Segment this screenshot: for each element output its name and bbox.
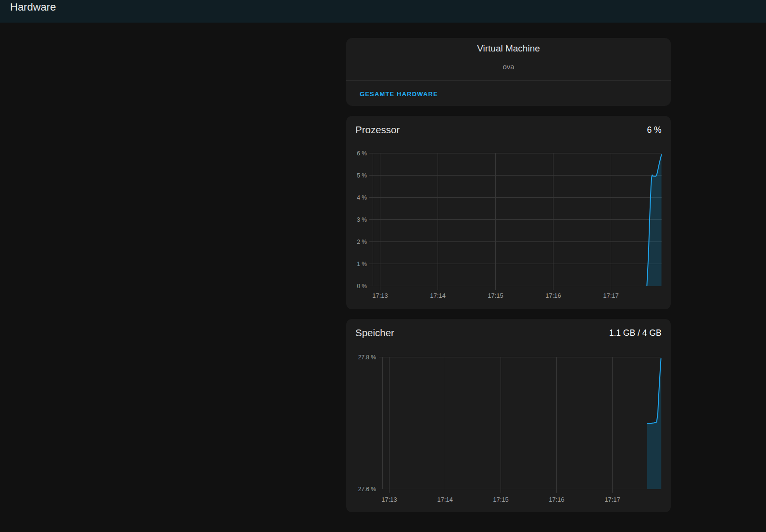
svg-text:17:16: 17:16 (545, 292, 561, 299)
svg-text:17:14: 17:14 (430, 292, 446, 299)
svg-text:0 %: 0 % (357, 283, 367, 290)
svg-text:3 %: 3 % (357, 216, 367, 223)
svg-text:17:17: 17:17 (603, 292, 619, 299)
svg-text:27.8 %: 27.8 % (358, 354, 377, 361)
svg-text:17:17: 17:17 (604, 496, 620, 503)
svg-text:2 %: 2 % (357, 239, 367, 245)
svg-text:17:15: 17:15 (493, 496, 509, 503)
svg-text:1 %: 1 % (357, 261, 367, 267)
svg-text:6 %: 6 % (357, 150, 367, 157)
svg-text:5 %: 5 % (357, 172, 367, 179)
svg-text:17:14: 17:14 (437, 496, 453, 503)
svg-text:4 %: 4 % (357, 194, 367, 201)
svg-text:17:13: 17:13 (381, 496, 397, 503)
svg-text:17:15: 17:15 (488, 292, 503, 299)
svg-text:27.6 %: 27.6 % (358, 486, 377, 493)
svg-text:17:13: 17:13 (372, 292, 388, 299)
svg-text:17:16: 17:16 (549, 496, 565, 503)
